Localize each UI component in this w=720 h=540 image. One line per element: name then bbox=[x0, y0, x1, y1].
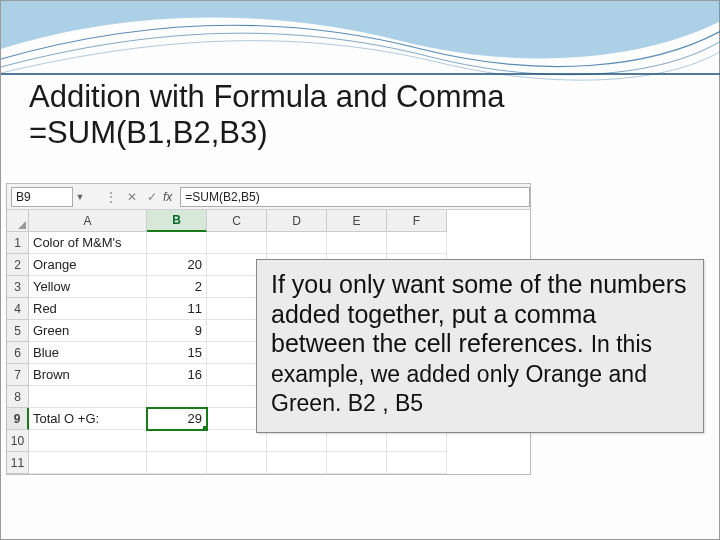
cell-b2[interactable]: 20 bbox=[147, 254, 207, 276]
formula-bar-value: =SUM(B2,B5) bbox=[185, 190, 259, 204]
cell-b8[interactable] bbox=[147, 386, 207, 408]
cell-a10[interactable] bbox=[29, 430, 147, 452]
cell-a11[interactable] bbox=[29, 452, 147, 474]
cell-a6[interactable]: Blue bbox=[29, 342, 147, 364]
row-header[interactable]: 6 bbox=[7, 342, 29, 364]
cell-b5[interactable]: 9 bbox=[147, 320, 207, 342]
select-all-corner[interactable] bbox=[7, 210, 29, 232]
row-header[interactable]: 8 bbox=[7, 386, 29, 408]
col-header-c[interactable]: C bbox=[207, 210, 267, 232]
cell-b10[interactable] bbox=[147, 430, 207, 452]
name-box[interactable]: B9 bbox=[11, 187, 73, 207]
cell-b9-active[interactable]: 29 bbox=[147, 408, 207, 430]
col-header-d[interactable]: D bbox=[267, 210, 327, 232]
cell-a1[interactable]: Color of M&M's bbox=[29, 232, 147, 254]
formula-bar-row: B9 ▼ ⋮ ✕ ✓ fx =SUM(B2,B5) bbox=[7, 184, 530, 210]
row-header[interactable]: 9 bbox=[7, 408, 29, 430]
dots-icon: ⋮ bbox=[105, 190, 117, 204]
cell-a2[interactable]: Orange bbox=[29, 254, 147, 276]
col-header-e[interactable]: E bbox=[327, 210, 387, 232]
cell-b6[interactable]: 15 bbox=[147, 342, 207, 364]
cell-f1[interactable] bbox=[387, 232, 447, 254]
cell-c11[interactable] bbox=[207, 452, 267, 474]
cell-b4[interactable]: 11 bbox=[147, 298, 207, 320]
cell-a9[interactable]: Total O +G: bbox=[29, 408, 147, 430]
cell-b3[interactable]: 2 bbox=[147, 276, 207, 298]
enter-icon[interactable]: ✓ bbox=[147, 190, 157, 204]
row-header[interactable]: 7 bbox=[7, 364, 29, 386]
cancel-icon[interactable]: ✕ bbox=[127, 190, 137, 204]
row-header[interactable]: 11 bbox=[7, 452, 29, 474]
cell-a5[interactable]: Green bbox=[29, 320, 147, 342]
cell-a3[interactable]: Yellow bbox=[29, 276, 147, 298]
title-line-1: Addition with Formula and Comma bbox=[29, 79, 505, 114]
title-line-2: =SUM(B1,B2,B3) bbox=[29, 115, 268, 150]
fx-icon[interactable]: fx bbox=[163, 190, 172, 204]
cell-f11[interactable] bbox=[387, 452, 447, 474]
cell-c1[interactable] bbox=[207, 232, 267, 254]
cell-f10[interactable] bbox=[387, 430, 447, 452]
row-header[interactable]: 2 bbox=[7, 254, 29, 276]
row-header[interactable]: 3 bbox=[7, 276, 29, 298]
cell-a7[interactable]: Brown bbox=[29, 364, 147, 386]
cell-c10[interactable] bbox=[207, 430, 267, 452]
row-header[interactable]: 4 bbox=[7, 298, 29, 320]
formula-bar[interactable]: =SUM(B2,B5) bbox=[180, 187, 530, 207]
row-header[interactable]: 10 bbox=[7, 430, 29, 452]
cell-d10[interactable] bbox=[267, 430, 327, 452]
cell-b7[interactable]: 16 bbox=[147, 364, 207, 386]
callout-box: If you only want some of the numbers add… bbox=[256, 259, 704, 433]
cell-b1[interactable] bbox=[147, 232, 207, 254]
slide: Addition with Formula and Comma =SUM(B1,… bbox=[0, 0, 720, 540]
name-box-dropdown-icon[interactable]: ▼ bbox=[73, 192, 87, 202]
row-header[interactable]: 1 bbox=[7, 232, 29, 254]
cell-e1[interactable] bbox=[327, 232, 387, 254]
col-header-f[interactable]: F bbox=[387, 210, 447, 232]
col-header-a[interactable]: A bbox=[29, 210, 147, 232]
cell-b11[interactable] bbox=[147, 452, 207, 474]
cell-a8[interactable] bbox=[29, 386, 147, 408]
cell-e11[interactable] bbox=[327, 452, 387, 474]
row-header[interactable]: 5 bbox=[7, 320, 29, 342]
cell-a4[interactable]: Red bbox=[29, 298, 147, 320]
name-box-value: B9 bbox=[16, 190, 31, 204]
col-header-b[interactable]: B bbox=[147, 210, 207, 232]
cell-d11[interactable] bbox=[267, 452, 327, 474]
formula-tools: ⋮ ✕ ✓ bbox=[105, 190, 157, 204]
cell-e10[interactable] bbox=[327, 430, 387, 452]
slide-title: Addition with Formula and Comma =SUM(B1,… bbox=[29, 79, 679, 150]
cell-d1[interactable] bbox=[267, 232, 327, 254]
